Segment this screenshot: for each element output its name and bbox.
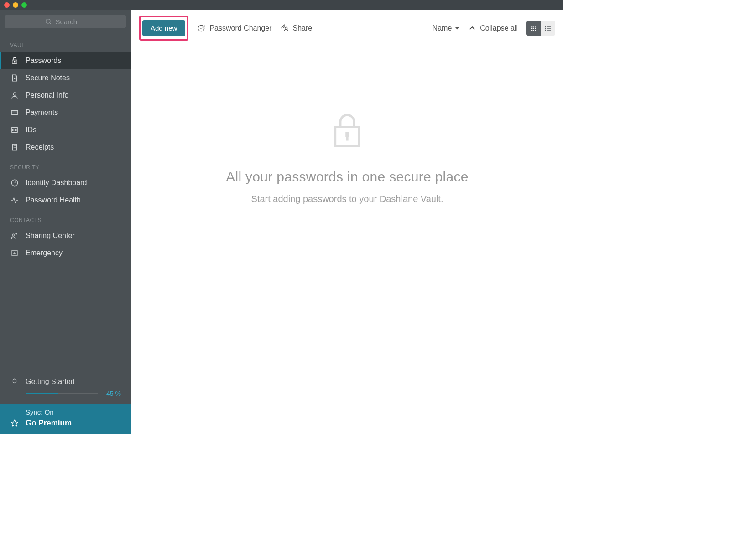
svg-rect-37 — [535, 30, 536, 31]
sidebar-item-personal-info[interactable]: Personal Info — [0, 87, 131, 104]
password-changer-button[interactable]: ** Password Changer — [197, 24, 271, 33]
svg-point-20 — [13, 379, 16, 383]
sidebar-item-label: Passwords — [26, 57, 61, 65]
section-head-vault: VAULT — [0, 34, 131, 52]
svg-rect-36 — [533, 30, 534, 31]
svg-rect-34 — [535, 27, 536, 29]
svg-marker-28 — [455, 27, 459, 30]
sync-status: Sync: On — [10, 408, 121, 416]
getting-started-panel[interactable]: Getting Started 45 % — [0, 370, 131, 404]
sidebar-item-sharing-center[interactable]: Sharing Center — [0, 227, 131, 244]
go-premium-button[interactable]: Go Premium — [10, 419, 121, 428]
getting-started-percent: 45 % — [103, 390, 121, 397]
collapse-all-button[interactable]: Collapse all — [468, 24, 518, 32]
receipt-icon — [10, 143, 19, 152]
sidebar-item-emergency[interactable]: Emergency — [0, 244, 131, 262]
svg-rect-30 — [533, 26, 534, 27]
sort-label: Name — [433, 24, 452, 32]
window-close-button[interactable] — [4, 2, 10, 8]
toolbar: Add new ** Password Changer Share Name — [131, 10, 563, 46]
refresh-icon: ** — [197, 24, 206, 33]
svg-rect-3 — [14, 61, 15, 62]
svg-point-27 — [285, 27, 287, 29]
chevron-up-icon — [468, 24, 476, 32]
list-icon — [544, 25, 552, 32]
window-zoom-button[interactable] — [21, 2, 27, 8]
svg-point-40 — [545, 28, 546, 28]
search-box[interactable] — [5, 15, 126, 28]
svg-point-5 — [13, 93, 16, 95]
sidebar-item-label: Emergency — [26, 249, 63, 257]
share-button[interactable]: Share — [280, 24, 312, 33]
sidebar-item-label: Password Health — [26, 196, 81, 204]
svg-rect-6 — [11, 111, 18, 115]
svg-rect-35 — [531, 30, 532, 31]
svg-rect-29 — [531, 26, 532, 27]
search-input[interactable] — [56, 18, 88, 26]
empty-subheading: Start adding passwords to your Dashlane … — [251, 194, 443, 204]
sort-dropdown[interactable]: Name — [433, 24, 460, 32]
add-new-button[interactable]: Add new — [142, 20, 185, 36]
grid-icon — [530, 25, 537, 32]
sidebar-item-label: Sharing Center — [26, 232, 75, 240]
empty-state: All your passwords in one secure place S… — [131, 46, 563, 434]
svg-point-4 — [14, 78, 15, 79]
share-label: Share — [292, 24, 312, 32]
svg-text:**: ** — [200, 27, 203, 30]
svg-point-16 — [12, 234, 15, 236]
sidebar-item-ids[interactable]: IDs — [0, 121, 131, 139]
note-icon — [10, 73, 19, 83]
sidebar-item-label: Personal Info — [26, 91, 68, 99]
svg-rect-46 — [346, 135, 348, 140]
card-icon — [10, 108, 19, 117]
share-icon — [280, 24, 289, 33]
window-minimize-button[interactable] — [13, 2, 18, 8]
lock-large-icon — [327, 110, 368, 151]
sidebar-item-label: Payments — [26, 109, 58, 117]
svg-rect-11 — [13, 129, 14, 131]
getting-started-label: Getting Started — [26, 378, 75, 386]
sidebar-item-passwords[interactable]: Passwords — [0, 52, 131, 69]
section-head-contacts: CONTACTS — [0, 209, 131, 227]
svg-marker-25 — [11, 420, 18, 426]
getting-started-progress — [26, 393, 98, 394]
grid-view-button[interactable] — [526, 21, 541, 36]
go-premium-label: Go Premium — [26, 419, 72, 428]
add-new-highlight: Add new — [139, 16, 188, 41]
svg-rect-32 — [531, 27, 532, 29]
person-icon — [10, 91, 19, 100]
sidebar-item-label: Identity Dashboard — [26, 179, 87, 187]
section-head-security: SECURITY — [0, 156, 131, 174]
premium-footer: Sync: On Go Premium — [0, 404, 131, 434]
list-view-button[interactable] — [541, 21, 555, 36]
svg-rect-33 — [533, 27, 534, 29]
id-icon — [10, 125, 19, 135]
sidebar-item-identity-dashboard[interactable]: Identity Dashboard — [0, 174, 131, 192]
empty-heading: All your passwords in one secure place — [226, 169, 469, 185]
svg-point-38 — [545, 26, 546, 26]
view-toggle — [526, 21, 555, 36]
pulse-icon — [10, 196, 19, 205]
password-changer-label: Password Changer — [209, 24, 271, 32]
sidebar-item-payments[interactable]: Payments — [0, 104, 131, 121]
sidebar-item-label: Receipts — [26, 143, 54, 151]
sidebar-item-label: IDs — [26, 126, 36, 134]
collapse-all-label: Collapse all — [480, 24, 518, 32]
svg-line-1 — [50, 23, 51, 24]
svg-point-0 — [46, 19, 50, 23]
share-people-icon — [10, 231, 19, 240]
svg-point-42 — [545, 30, 546, 30]
star-icon — [10, 419, 19, 428]
gauge-icon — [10, 178, 19, 187]
search-icon — [44, 17, 53, 26]
sidebar-item-password-health[interactable]: Password Health — [0, 192, 131, 209]
main-content: Add new ** Password Changer Share Name — [131, 10, 563, 434]
sidebar-item-receipts[interactable]: Receipts — [0, 139, 131, 156]
sidebar-item-label: Secure Notes — [26, 74, 70, 82]
emergency-icon — [10, 249, 19, 258]
lock-icon — [10, 56, 19, 65]
sidebar-item-secure-notes[interactable]: Secure Notes — [0, 69, 131, 87]
window-titlebar — [0, 0, 563, 10]
sidebar: VAULT Passwords Secure Notes Personal In… — [0, 10, 131, 434]
chevron-down-icon — [454, 26, 460, 31]
